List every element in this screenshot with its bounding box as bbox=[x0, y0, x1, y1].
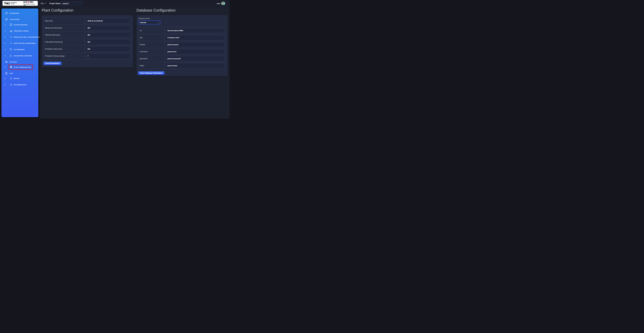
prediction-interval-input[interactable] bbox=[86, 46, 130, 51]
file-menu[interactable]: File bbox=[41, 0, 46, 7]
sidebar-item-plant-configuration[interactable]: PLANT CONFIGURATION bbox=[2, 65, 38, 69]
row-label: Prediction Horizon [day] bbox=[44, 52, 85, 59]
plant-configuration-title: Plant Configuration bbox=[42, 8, 133, 12]
bullet-icon bbox=[4, 78, 6, 79]
activity-icon bbox=[10, 42, 12, 44]
tag-icon bbox=[10, 48, 12, 51]
user-label: user bbox=[217, 3, 220, 4]
measured-interval-input[interactable] bbox=[86, 25, 130, 30]
sidebar-item-dashboard[interactable]: DASHBOARD bbox=[2, 11, 38, 15]
table-row: Calculated Interval [s] bbox=[44, 38, 131, 45]
gemini-logo: GEMINI THE DOUBLET DIGITAL TWIN bbox=[22, 1, 38, 6]
bullet-icon bbox=[4, 36, 6, 37]
row-label: Measured Interval [s] bbox=[44, 24, 85, 31]
sidebar-item-injection-well-monitoring[interactable]: INJECTION WELL MONITORING bbox=[2, 41, 38, 45]
list-icon bbox=[10, 54, 12, 57]
start-time-input[interactable] bbox=[86, 18, 130, 23]
sidebar: DASHBOARD APPLICATION DIAGRAM BUILDER TI… bbox=[2, 8, 38, 117]
row-label: password bbox=[138, 55, 165, 62]
activity-icon bbox=[10, 36, 12, 38]
save-parameters-button[interactable]: Save Parameters bbox=[44, 62, 62, 65]
sidebar-item-timeseries-viewer[interactable]: TIMESERIES VIEWER bbox=[2, 29, 38, 33]
url-input[interactable] bbox=[166, 28, 224, 33]
project-name-label: Project Name: bbox=[49, 0, 61, 7]
bucket-input[interactable] bbox=[166, 42, 224, 47]
user-area: user bbox=[217, 0, 225, 7]
bullet-icon bbox=[4, 24, 6, 25]
row-label: Start time bbox=[44, 17, 85, 24]
token-input[interactable] bbox=[166, 63, 224, 68]
password-input[interactable] bbox=[166, 56, 224, 61]
tno-wordmark: TNO bbox=[4, 1, 10, 5]
bullet-icon bbox=[4, 30, 6, 31]
plant-configuration-card: Start time Measured Interval [s] Filtere… bbox=[42, 15, 133, 67]
sidebar-item-parameters-overview[interactable]: PARAMETERS OVERVIEW bbox=[2, 54, 38, 58]
double-chevron-icon bbox=[10, 77, 12, 80]
sidebar-item-application[interactable]: APPLICATION bbox=[2, 17, 38, 21]
sidebar-item-report[interactable]: REPORT bbox=[2, 76, 38, 80]
tno-tagline: innovation for life bbox=[11, 2, 17, 5]
bullet-icon bbox=[4, 49, 6, 50]
database-name-select[interactable]: influxdb bbox=[138, 20, 160, 24]
table-row: token bbox=[138, 62, 226, 69]
table-row: url bbox=[138, 27, 226, 34]
nodes-icon bbox=[10, 23, 12, 26]
database-parameters-table: url org bucket username bbox=[138, 27, 226, 69]
topbar: TNO innovation for life GEMINI THE DOUBL… bbox=[0, 0, 230, 7]
row-label: url bbox=[138, 27, 165, 34]
table-row: bucket bbox=[138, 41, 226, 48]
document-icon bbox=[5, 72, 8, 75]
brand-logo: TNO innovation for life GEMINI THE DOUBL… bbox=[2, 1, 38, 6]
table-row: org bbox=[138, 34, 226, 41]
table-row: Filtered Interval [s] bbox=[44, 31, 131, 38]
row-label: org bbox=[138, 34, 165, 41]
plant-configuration-section: Plant Configuration Start time Measured … bbox=[42, 8, 133, 67]
project-name-input[interactable] bbox=[61, 1, 83, 5]
filtered-interval-input[interactable] bbox=[86, 32, 130, 37]
row-label: token bbox=[138, 62, 165, 69]
bullet-icon bbox=[4, 84, 6, 85]
database-configuration-card: Database Name influxdb url org bbox=[136, 15, 228, 76]
gemini-subtitle: THE DOUBLET DIGITAL TWIN bbox=[23, 4, 38, 6]
row-label: bucket bbox=[138, 41, 165, 48]
sidebar-item-tag-browser[interactable]: TAG BROWSER bbox=[2, 47, 38, 51]
pie-chart-icon bbox=[5, 12, 8, 14]
table-row: Prediction Horizon [day] bbox=[44, 52, 131, 59]
bullet-icon bbox=[4, 67, 6, 68]
row-label: Prediction Interval [s] bbox=[44, 45, 85, 52]
main-content: Plant Configuration Start time Measured … bbox=[40, 7, 230, 119]
prediction-horizon-input[interactable] bbox=[86, 53, 130, 58]
sidebar-item-info[interactable]: INFO bbox=[2, 71, 38, 75]
table-row: Prediction Interval [s] bbox=[44, 45, 131, 52]
database-configuration-section: Database Configuration Database Name inf… bbox=[136, 8, 228, 76]
row-label: username bbox=[138, 48, 165, 55]
sidebar-item-production-well-performance[interactable]: PRODUCTION WELL PERFORMANCE bbox=[2, 35, 38, 39]
sidebar-item-settings[interactable]: SETTINGS bbox=[2, 60, 38, 64]
bullet-icon bbox=[4, 55, 6, 56]
database-configuration-title: Database Configuration bbox=[136, 8, 228, 12]
cube-icon bbox=[5, 18, 8, 21]
save-database-parameters-button[interactable]: Save Database Parameters bbox=[138, 71, 164, 75]
app-root: TNO innovation for life GEMINI THE DOUBL… bbox=[0, 0, 230, 119]
database-icon bbox=[10, 66, 12, 68]
plant-parameters-table: Start time Measured Interval [s] Filtere… bbox=[44, 17, 132, 60]
file-menu-label: File bbox=[41, 2, 44, 4]
gemini-m-glyph: M bbox=[27, 1, 30, 3]
user-avatar[interactable] bbox=[221, 1, 225, 5]
sidebar-item-documentation[interactable]: DOCUMENTATION bbox=[2, 83, 38, 87]
bullet-icon bbox=[4, 43, 6, 44]
tno-logo: TNO innovation for life bbox=[2, 1, 22, 5]
chevron-down-icon bbox=[44, 2, 46, 5]
database-name-select-wrap: influxdb bbox=[138, 20, 160, 24]
table-row: password bbox=[138, 55, 226, 62]
username-input[interactable] bbox=[166, 49, 224, 54]
row-label: Calculated Interval [s] bbox=[44, 38, 85, 45]
gear-icon bbox=[5, 60, 8, 63]
table-row: Measured Interval [s] bbox=[44, 24, 131, 31]
table-row: username bbox=[138, 48, 226, 55]
org-input[interactable] bbox=[166, 35, 224, 40]
calculated-interval-input[interactable] bbox=[86, 39, 130, 44]
row-label: Filtered Interval [s] bbox=[44, 31, 85, 38]
sidebar-item-diagram-builder[interactable]: DIAGRAM BUILDER bbox=[2, 23, 38, 27]
database-name-label: Database Name bbox=[138, 17, 226, 19]
